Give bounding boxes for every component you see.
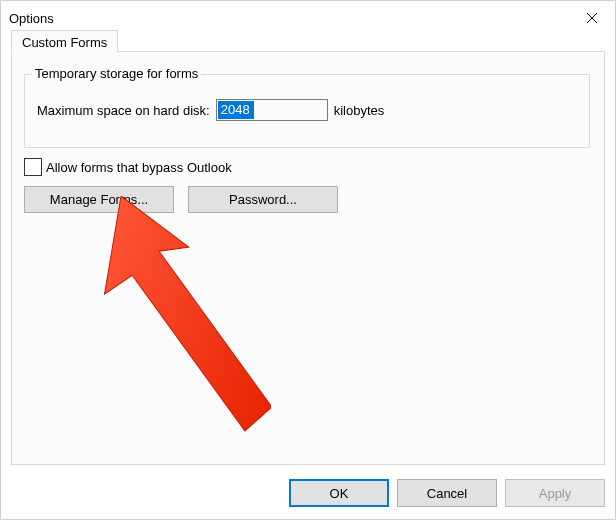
group-legend: Temporary storage for forms	[32, 66, 201, 81]
unit-label: kilobytes	[334, 103, 385, 118]
window-title: Options	[9, 11, 54, 26]
tab-panel: Custom Forms Temporary storage for forms…	[11, 51, 605, 465]
group-temporary-storage: Temporary storage for forms Maximum spac…	[24, 74, 590, 148]
max-space-input[interactable]: 2048	[216, 99, 328, 121]
max-space-row: Maximum space on hard disk: 2048 kilobyt…	[37, 99, 577, 121]
max-space-label: Maximum space on hard disk:	[37, 103, 210, 118]
close-icon	[586, 12, 598, 24]
ok-button[interactable]: OK	[289, 479, 389, 507]
manage-forms-button[interactable]: Manage Forms...	[24, 186, 174, 213]
close-button[interactable]	[569, 1, 615, 35]
bypass-checkbox-row: Allow forms that bypass Outlook	[24, 158, 232, 176]
cancel-button[interactable]: Cancel	[397, 479, 497, 507]
bypass-checkbox[interactable]	[24, 158, 42, 176]
bypass-checkbox-label: Allow forms that bypass Outlook	[46, 160, 232, 175]
form-buttons-row: Manage Forms... Password...	[24, 186, 338, 213]
dialog-footer: OK Cancel Apply	[289, 479, 605, 507]
tab-custom-forms[interactable]: Custom Forms	[11, 30, 118, 53]
password-button[interactable]: Password...	[188, 186, 338, 213]
apply-button[interactable]: Apply	[505, 479, 605, 507]
